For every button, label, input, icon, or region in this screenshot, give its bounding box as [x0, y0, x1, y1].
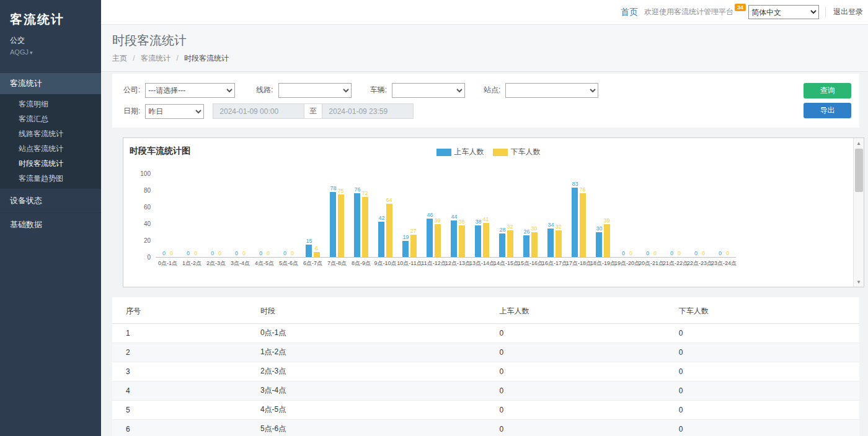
bar-group-17: 837617点-18点 [567, 174, 591, 268]
table-cell: 4 [112, 381, 254, 401]
org-name: 公交 [10, 35, 91, 46]
bar [354, 193, 360, 257]
bar-value-label: 72 [362, 190, 368, 197]
sidebar-submenu: 客流明细客流汇总线路客流统计站点客流统计时段客流统计客流量趋势图 [0, 94, 101, 188]
sidebar-item-passenger-summary[interactable]: 客流汇总 [0, 111, 101, 126]
sidebar-item-base-data[interactable]: 基础数据 [0, 212, 101, 237]
chart-inner: 时段车流统计图 上车人数下车人数 020406080100 000点-1点001… [123, 138, 853, 287]
date-to-input[interactable] [322, 103, 414, 119]
table-cell: 3 [112, 362, 254, 381]
bar-group-6: 1566点-7点 [301, 174, 325, 268]
query-button[interactable]: 查询 [804, 83, 851, 98]
table-cell: 0 [494, 420, 673, 436]
table-row: 43点-4点00 [112, 381, 859, 401]
main-area: 首页 欢迎使用客流统计管理平台 34 简体中文 退出登录 时段客流统计 主页 /… [101, 0, 868, 436]
bar-value-label: 0 [719, 250, 722, 257]
bar-value-label: 0 [670, 250, 673, 257]
bar [459, 225, 465, 257]
bar [547, 229, 554, 257]
breadcrumb-separator: / [133, 54, 135, 63]
filter-row-2: 日期: 昨日 至 [123, 103, 848, 119]
bar-group-11: 463911点-12点 [422, 174, 446, 268]
language-select[interactable]: 简体中文 [748, 5, 819, 19]
chart-scrollbar[interactable]: ▲ ▼ [853, 138, 864, 287]
date-from-input[interactable] [213, 103, 304, 119]
sidebar-item-station-passenger-stats[interactable]: 站点客流统计 [0, 141, 101, 156]
sidebar-item-passenger-stats[interactable]: 客流统计 [0, 73, 101, 94]
bar-value-label: 0 [291, 250, 294, 257]
app: 客流统计 公交 AQGJ▾ 客流统计 客流明细客流汇总线路客流统计站点客流统计时… [0, 0, 868, 436]
y-axis-tick: 100 [140, 171, 151, 177]
date-label: 日期: [123, 106, 140, 116]
bar-value-label: 0 [622, 250, 625, 257]
bar-group-22: 0022点-23点 [688, 174, 712, 268]
bar-value-label: 0 [242, 250, 246, 257]
bar-value-label: 0 [726, 250, 729, 257]
user-menu[interactable]: AQGJ▾ [10, 48, 91, 56]
y-axis-tick: 20 [144, 238, 151, 244]
vehicle-select[interactable] [392, 83, 465, 98]
bar [402, 241, 409, 257]
bar-value-label: 32 [556, 224, 562, 230]
export-button[interactable]: 导出 [804, 103, 851, 118]
home-link[interactable]: 首页 [621, 7, 638, 18]
bar [475, 225, 481, 257]
scroll-down-icon[interactable]: ▼ [854, 277, 864, 287]
bar-group-21: 0021点-22点 [663, 174, 688, 268]
table-cell: 6 [112, 420, 254, 436]
sidebar-item-device-status[interactable]: 设备状态 [0, 188, 101, 212]
company-select[interactable]: ---请选择--- [145, 83, 235, 98]
vehicle-label: 车辆: [370, 85, 387, 95]
period-stats-table: 序号时段上车人数下车人数 10点-1点0021点-2点0032点-3点0043点… [112, 300, 859, 436]
bar [483, 223, 489, 257]
scroll-up-icon[interactable]: ▲ [854, 138, 864, 148]
breadcrumb-home[interactable]: 主页 [112, 54, 127, 63]
sidebar-item-line-passenger-stats[interactable]: 线路客流统计 [0, 126, 101, 141]
date-preset-select[interactable]: 昨日 [145, 104, 204, 119]
bar-value-label: 42 [378, 215, 384, 222]
bar-value-label: 39 [604, 217, 610, 224]
filter-row-1: 公司: ---请选择--- 线路: 车辆: 站点: [123, 82, 848, 98]
legend-swatch [493, 149, 508, 156]
bar-group-4: 004点-5点 [252, 174, 277, 268]
bar [435, 224, 441, 257]
sidebar-item-passenger-detail[interactable]: 客流明细 [0, 97, 101, 111]
bar [604, 224, 610, 257]
station-select[interactable] [505, 83, 598, 98]
bar-value-label: 30 [531, 225, 538, 232]
bar-group-3: 003点-4点 [228, 174, 252, 268]
sidebar-item-period-passenger-stats[interactable]: 时段客流统计 [0, 156, 101, 171]
bar [330, 192, 336, 257]
table-cell: 1 [112, 324, 254, 343]
bar [556, 230, 562, 257]
bar [572, 188, 578, 257]
bar-value-label: 76 [354, 186, 360, 193]
table-header-cell: 下车人数 [673, 300, 859, 324]
logout-link[interactable]: 退出登录 [825, 7, 863, 17]
sidebar-item-passenger-trend-chart[interactable]: 客流量趋势图 [0, 171, 101, 186]
line-select[interactable] [278, 83, 352, 98]
bar [507, 230, 513, 257]
table-cell: 0 [494, 324, 673, 343]
chevron-down-icon: ▾ [30, 50, 33, 56]
y-axis-tick: 40 [144, 221, 151, 227]
bar-value-label: 83 [572, 181, 578, 188]
bar-value-label: 0 [646, 250, 649, 257]
breadcrumb-section[interactable]: 客流统计 [141, 54, 170, 63]
bar-value-label: 0 [211, 250, 214, 257]
legend-item[interactable]: 下车人数 [493, 147, 541, 157]
notification-badge[interactable]: 34 [735, 4, 746, 11]
bar-group-14: 283214点-15点 [494, 174, 518, 268]
bar [306, 245, 312, 257]
bar-value-label: 0 [194, 250, 197, 257]
bar [410, 235, 417, 257]
legend-item[interactable]: 上车人数 [436, 147, 484, 157]
legend-label: 下车人数 [511, 147, 541, 157]
bar [314, 252, 320, 257]
bar-value-label: 0 [653, 250, 657, 257]
page-title: 时段客流统计 [112, 33, 857, 48]
chart-plot: 000点-1点001点-2点002点-3点003点-4点004点-5点005点-… [156, 174, 847, 268]
table-cell: 0 [673, 324, 859, 343]
scrollbar-thumb[interactable] [855, 149, 863, 192]
table-cell: 0 [494, 381, 673, 401]
